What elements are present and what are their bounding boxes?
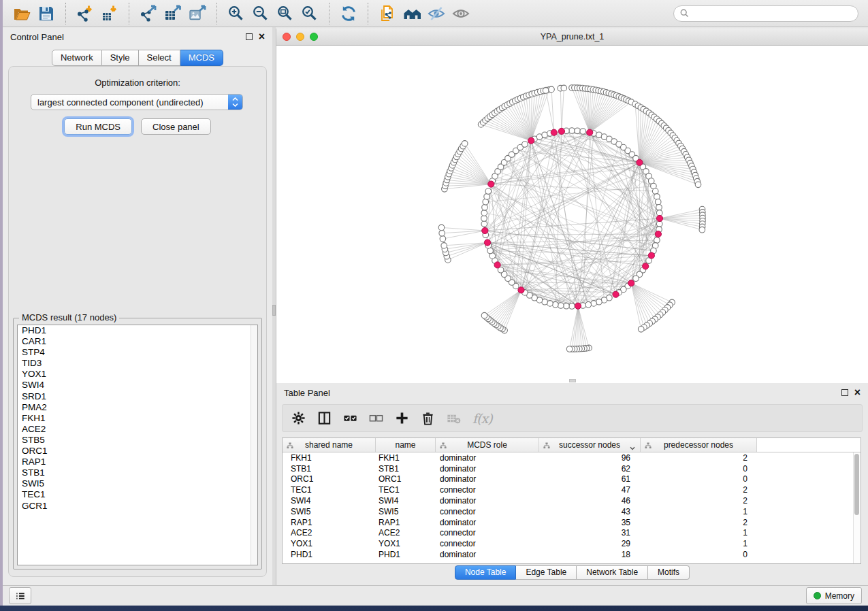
home-icon[interactable] xyxy=(401,3,423,24)
export-image-icon[interactable] xyxy=(187,3,208,24)
cell-name: SWI4 xyxy=(376,496,436,506)
attribute-type-icon xyxy=(440,442,447,451)
table-row[interactable]: STB1STB1dominator620 xyxy=(283,463,861,474)
export-network-icon[interactable] xyxy=(138,3,159,24)
mcds-result-node[interactable]: ACE2 xyxy=(18,424,257,435)
network-window-titlebar[interactable]: YPA_prune.txt_1 xyxy=(276,29,868,46)
tab-node-table[interactable]: Node Table xyxy=(455,565,517,580)
import-table-icon[interactable] xyxy=(99,3,120,24)
create-column-icon[interactable] xyxy=(395,410,409,427)
table-row[interactable]: PHD1PHD1dominator180 xyxy=(283,549,861,560)
mcds-result-node[interactable]: CAR1 xyxy=(18,336,257,347)
table-row[interactable]: RAP1RAP1dominator352 xyxy=(283,517,861,528)
save-session-icon[interactable] xyxy=(35,3,57,24)
function-builder-icon: f(x) xyxy=(472,410,492,427)
close-panel-icon[interactable]: × xyxy=(259,33,265,41)
mcds-result-node[interactable]: TEC1 xyxy=(18,489,257,500)
mcds-result-node[interactable]: ORC1 xyxy=(18,446,257,457)
mcds-result-fieldset: MCDS result (17 nodes) PHD1CAR1STP4TID3Y… xyxy=(13,318,262,569)
mcds-result-node[interactable]: SWI5 xyxy=(18,478,257,489)
zoom-selected-icon[interactable] xyxy=(299,3,321,24)
open-session-icon[interactable] xyxy=(11,3,33,24)
toolbar-separator xyxy=(368,3,368,24)
column-header-predecessor-nodes[interactable]: predecessor nodes xyxy=(641,438,757,452)
split-panel-icon[interactable] xyxy=(317,410,332,427)
memory-button[interactable]: Memory xyxy=(806,587,862,604)
mcds-panel: Optimization criterion: largest connecte… xyxy=(8,66,267,577)
delete-columns-icon[interactable] xyxy=(421,410,435,427)
mcds-list-scrollbar[interactable] xyxy=(251,325,257,565)
tab-mcds[interactable]: MCDS xyxy=(180,50,223,66)
optimization-criterion-select[interactable]: largest connected component (undirected) xyxy=(31,94,243,110)
cell-successor-nodes: 47 xyxy=(539,485,641,495)
refresh-layout-icon[interactable] xyxy=(338,3,359,24)
tab-network-table[interactable]: Network Table xyxy=(577,565,648,580)
hide-selected-icon[interactable] xyxy=(425,3,447,24)
close-panel-button[interactable]: Close panel xyxy=(141,118,211,135)
mcds-result-node[interactable]: STP4 xyxy=(18,347,257,358)
zoom-fit-icon[interactable] xyxy=(274,3,296,24)
float-panel-icon[interactable] xyxy=(246,33,253,40)
mcds-result-node[interactable]: GCR1 xyxy=(18,501,257,512)
deselect-all-icon[interactable] xyxy=(369,410,383,427)
mcds-result-node[interactable]: STB5 xyxy=(18,435,257,446)
network-canvas[interactable] xyxy=(276,46,868,383)
settings-icon[interactable] xyxy=(291,410,306,427)
float-table-panel-icon[interactable] xyxy=(841,389,848,396)
export-table-icon[interactable] xyxy=(162,3,184,24)
table-row[interactable]: SWI5SWI5connector431 xyxy=(283,506,861,517)
cell-predecessor-nodes: 1 xyxy=(641,528,757,538)
cell-MCDS-role: dominator xyxy=(436,518,539,527)
select-all-icon[interactable] xyxy=(343,410,357,427)
mcds-result-node[interactable]: STB1 xyxy=(18,467,257,478)
cell-shared-name: PHD1 xyxy=(283,550,376,559)
mcds-result-node[interactable]: TID3 xyxy=(18,358,257,369)
mcds-result-node[interactable]: PMA2 xyxy=(18,402,257,413)
column-header-successor-nodes[interactable]: successor nodes xyxy=(539,438,641,452)
new-network-from-selection-icon[interactable] xyxy=(376,3,398,24)
mcds-result-node[interactable]: SWI4 xyxy=(18,380,257,391)
mcds-result-node[interactable]: FKH1 xyxy=(18,413,257,424)
import-network-icon[interactable] xyxy=(74,3,96,24)
table-scrollbar-thumb[interactable] xyxy=(854,454,859,515)
table-row[interactable]: FKH1FKH1dominator962 xyxy=(283,452,861,463)
table-row[interactable]: YOX1YOX1connector291 xyxy=(283,538,861,549)
cell-shared-name: ORC1 xyxy=(283,474,376,484)
cell-predecessor-nodes: 0 xyxy=(641,464,757,474)
search-input[interactable] xyxy=(692,8,852,19)
column-header-name[interactable]: name xyxy=(376,438,436,452)
table-scrollbar[interactable] xyxy=(853,452,861,563)
mcds-result-node[interactable]: SRD1 xyxy=(18,391,257,402)
zoom-in-icon[interactable] xyxy=(225,3,247,24)
network-graph[interactable] xyxy=(276,46,868,383)
table-row[interactable]: ORC1ORC1dominator610 xyxy=(283,474,861,485)
mcds-result-node[interactable]: PHD1 xyxy=(18,325,257,336)
panel-list-button[interactable] xyxy=(9,587,31,604)
column-header-shared-name[interactable]: shared name xyxy=(283,438,376,452)
cell-name: STB1 xyxy=(376,464,436,474)
run-mcds-button[interactable]: Run MCDS xyxy=(64,118,132,135)
close-table-panel-icon[interactable]: × xyxy=(854,389,861,397)
cell-name: ORC1 xyxy=(376,474,436,484)
tab-style[interactable]: Style xyxy=(102,50,139,66)
mcds-result-node[interactable]: YOX1 xyxy=(18,369,257,380)
mcds-result-list[interactable]: PHD1CAR1STP4TID3YOX1SWI4SRD1PMA2FKH1ACE2… xyxy=(17,325,258,565)
tab-motifs[interactable]: Motifs xyxy=(648,565,690,580)
cell-name: YOX1 xyxy=(376,539,436,548)
table-row[interactable]: SWI4SWI4dominator462 xyxy=(283,495,861,506)
show-all-icon[interactable] xyxy=(450,3,472,24)
search-box[interactable] xyxy=(673,5,858,22)
cell-MCDS-role: dominator xyxy=(436,464,539,474)
table-panel-title: Table Panel xyxy=(284,388,330,398)
tab-network[interactable]: Network xyxy=(52,50,102,66)
network-splitter-grip[interactable] xyxy=(569,379,576,382)
cell-shared-name: TEC1 xyxy=(283,485,376,495)
tab-select[interactable]: Select xyxy=(139,50,180,66)
tab-edge-table[interactable]: Edge Table xyxy=(516,565,577,580)
table-row[interactable]: ACE2ACE2connector311 xyxy=(283,528,861,539)
zoom-out-icon[interactable] xyxy=(250,3,272,24)
cell-predecessor-nodes: 2 xyxy=(641,453,757,463)
column-header-MCDS-role[interactable]: MCDS role xyxy=(436,438,539,452)
mcds-result-node[interactable]: RAP1 xyxy=(18,457,257,467)
table-row[interactable]: TEC1TEC1connector472 xyxy=(283,484,861,495)
